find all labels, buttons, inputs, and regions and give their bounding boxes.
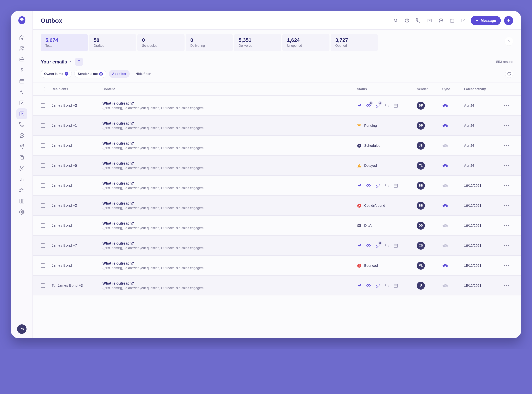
col-recipients[interactable]: Recipients	[52, 87, 102, 91]
row-menu-button[interactable]: •••	[500, 143, 513, 148]
stat-card-unopened[interactable]: 1,624Unopened	[282, 34, 329, 51]
col-sync[interactable]: Sync	[442, 87, 464, 91]
link-icon[interactable]	[375, 183, 380, 188]
add-filter-button[interactable]: Add filter	[109, 70, 130, 78]
link-icon[interactable]: 4	[375, 103, 380, 108]
table-row[interactable]: James Bond +3 What is outreach? {{first_…	[33, 95, 521, 115]
col-sender[interactable]: Sender	[417, 87, 442, 91]
stat-card-drafted[interactable]: 50Drafted	[89, 34, 136, 51]
stat-card-total[interactable]: 5,674Total	[41, 34, 88, 51]
stat-card-delivered[interactable]: 5,351Delivered	[234, 34, 281, 51]
stats-next-button[interactable]	[505, 37, 513, 46]
nav-briefcase[interactable]	[16, 54, 27, 65]
col-content[interactable]: Content	[102, 87, 357, 91]
row-menu-button[interactable]: •••	[500, 223, 513, 228]
comment-icon[interactable]	[437, 16, 445, 25]
sender-avatar[interactable]: VL	[417, 262, 425, 270]
open-icon[interactable]	[366, 183, 371, 188]
row-checkbox[interactable]	[41, 183, 45, 188]
task-icon[interactable]	[459, 16, 467, 25]
nav-scissors[interactable]	[16, 163, 27, 174]
sender-avatar[interactable]: BB	[417, 182, 425, 190]
reply-icon[interactable]	[384, 183, 389, 188]
stat-card-opened[interactable]: 3,727Opened	[331, 34, 378, 51]
row-checkbox[interactable]	[41, 143, 45, 148]
hide-filter-button[interactable]: Hide filter	[132, 70, 154, 78]
nav-activity[interactable]	[16, 87, 27, 98]
sender-avatar[interactable]: U	[417, 282, 425, 290]
open-icon[interactable]	[366, 243, 371, 248]
sender-avatar[interactable]: DP	[417, 122, 425, 130]
nav-calendar[interactable]	[16, 76, 27, 87]
quick-action-button[interactable]	[504, 16, 513, 25]
row-menu-button[interactable]: •••	[500, 183, 513, 188]
nav-send[interactable]	[16, 141, 27, 152]
row-checkbox[interactable]	[41, 163, 45, 168]
col-status[interactable]: Status	[357, 87, 417, 91]
sender-avatar[interactable]: JB	[417, 142, 425, 150]
filter-chip[interactable]: Owner is me✕	[41, 70, 72, 78]
table-row[interactable]: To: James Bond +3 What is outreach? {{fi…	[33, 275, 521, 296]
nav-dollar[interactable]	[16, 65, 27, 76]
nav-book[interactable]	[16, 196, 27, 207]
row-checkbox[interactable]	[41, 244, 45, 248]
help-icon[interactable]	[403, 16, 411, 25]
reply-icon[interactable]	[384, 103, 389, 108]
row-checkbox[interactable]	[41, 223, 45, 228]
table-row[interactable]: James Bond What is outreach? {{first_nam…	[33, 135, 521, 156]
mail-icon[interactable]	[426, 16, 434, 25]
sender-avatar[interactable]: DF	[417, 102, 425, 110]
row-menu-button[interactable]: •••	[500, 123, 513, 128]
row-menu-button[interactable]: •••	[500, 163, 513, 168]
new-message-button[interactable]: Message	[471, 16, 501, 25]
table-row[interactable]: James Bond What is outreach? {{first_nam…	[33, 255, 521, 275]
row-menu-button[interactable]: •••	[500, 263, 513, 268]
row-checkbox[interactable]	[41, 104, 45, 108]
table-row[interactable]: James Bond +7 What is outreach? {{first_…	[33, 235, 521, 255]
table-row[interactable]: James Bond +5 What is outreach? {{first_…	[33, 156, 521, 176]
row-checkbox[interactable]	[41, 264, 45, 268]
sender-avatar[interactable]: TL	[417, 162, 425, 170]
remove-chip-icon[interactable]: ✕	[99, 72, 103, 76]
schedule-icon[interactable]	[393, 283, 398, 288]
reply-icon[interactable]	[384, 283, 389, 288]
remove-chip-icon[interactable]: ✕	[65, 72, 68, 76]
select-all-checkbox[interactable]	[41, 87, 45, 91]
reply-icon[interactable]	[384, 243, 389, 248]
table-row[interactable]: James Bond +1 What is outreach? {{first_…	[33, 115, 521, 135]
nav-chart[interactable]	[16, 174, 27, 185]
calendar-icon[interactable]	[448, 16, 456, 25]
view-selector[interactable]: Your emails	[41, 59, 72, 65]
row-menu-button[interactable]: •••	[500, 283, 513, 288]
bookmark-button[interactable]	[75, 58, 83, 66]
stat-card-delivering[interactable]: 0Delivering	[186, 34, 233, 51]
refresh-button[interactable]	[505, 70, 513, 78]
schedule-icon[interactable]	[393, 243, 398, 248]
nav-people[interactable]	[16, 43, 27, 54]
table-row[interactable]: James Bond +2 What is outreach? {{first_…	[33, 196, 521, 215]
row-menu-button[interactable]: •••	[500, 103, 513, 108]
nav-check-square[interactable]	[16, 98, 27, 108]
sender-avatar[interactable]: DD	[417, 222, 425, 230]
open-icon[interactable]: 3	[366, 103, 371, 108]
open-icon[interactable]	[366, 283, 371, 288]
stat-card-scheduled[interactable]: 0Scheduled	[137, 34, 185, 51]
nav-home[interactable]	[16, 32, 27, 43]
search-icon[interactable]	[392, 16, 400, 25]
link-icon[interactable]: 8	[375, 243, 380, 248]
schedule-icon[interactable]	[393, 103, 398, 108]
nav-phone[interactable]	[16, 119, 27, 130]
phone-icon[interactable]	[414, 16, 422, 25]
nav-copy[interactable]	[16, 152, 27, 163]
sender-avatar[interactable]: CS	[417, 242, 425, 250]
row-checkbox[interactable]	[41, 124, 45, 128]
table-row[interactable]: James Bond What is outreach? {{first_nam…	[33, 215, 521, 235]
link-icon[interactable]	[375, 283, 380, 288]
nav-chat[interactable]	[16, 130, 27, 141]
schedule-icon[interactable]	[393, 183, 398, 188]
row-checkbox[interactable]	[41, 203, 45, 208]
sender-avatar[interactable]: BB	[417, 202, 425, 210]
row-menu-button[interactable]: •••	[500, 243, 513, 248]
current-user-avatar[interactable]: RS	[17, 324, 26, 334]
nav-team[interactable]	[16, 185, 27, 196]
